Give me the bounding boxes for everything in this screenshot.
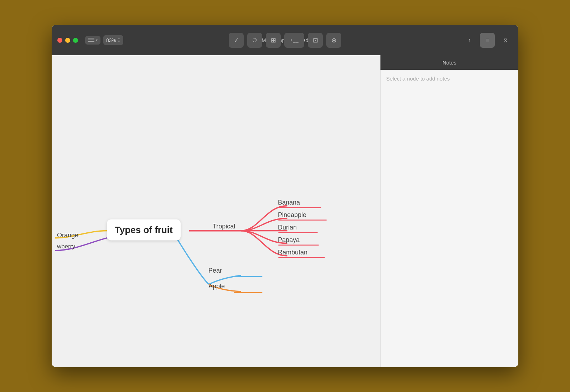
central-node[interactable]: Types of fruit	[107, 220, 181, 241]
close-button[interactable]	[57, 38, 62, 43]
notes-panel-button[interactable]: ≡	[480, 33, 495, 48]
toolbar-center: ✓ ☺ ⊞ +⎯⎯ ⊡ ⊕	[229, 33, 341, 48]
notes-panel: Notes Select a node to add notes	[380, 55, 518, 367]
filter-button[interactable]: ⧖	[498, 33, 513, 48]
connect-button[interactable]: ⊡	[308, 33, 323, 48]
checkmark-button[interactable]: ✓	[229, 33, 244, 48]
notes-placeholder: Select a node to add notes	[386, 76, 450, 82]
notes-body[interactable]: Select a node to add notes	[380, 70, 518, 367]
mindmap-svg	[52, 55, 380, 367]
strawberry-label[interactable]: wberry	[57, 243, 75, 250]
minimize-button[interactable]	[65, 38, 70, 43]
add-child-button[interactable]: ⊕	[326, 33, 341, 48]
banana-label[interactable]: Banana	[278, 199, 300, 206]
chevron-down-icon: ▾	[96, 38, 98, 42]
traffic-lights	[57, 38, 78, 43]
add-branch-button[interactable]: +⎯⎯	[284, 33, 304, 48]
zoom-value: 83%	[106, 37, 116, 43]
maximize-button[interactable]	[73, 38, 78, 43]
rambutan-label[interactable]: Rambutan	[278, 249, 307, 256]
pineapple-label[interactable]: Pineapple	[278, 211, 306, 219]
app-window: ▾ 83% ▲ ▼ Mind Map — Edited ✓ ☺ ⊞ +⎯⎯ ⊡ …	[52, 25, 518, 367]
sidebar-icon	[88, 38, 94, 43]
titlebar: ▾ 83% ▲ ▼ Mind Map — Edited ✓ ☺ ⊞ +⎯⎯ ⊡ …	[52, 25, 518, 55]
sidebar-toggle-button[interactable]: ▾	[85, 36, 100, 45]
zoom-control[interactable]: 83% ▲ ▼	[103, 35, 123, 45]
papaya-label[interactable]: Papaya	[278, 236, 300, 244]
orange-label[interactable]: Orange	[57, 232, 78, 239]
main-content: Types of fruit Tropical Banana Pineapple…	[52, 55, 518, 367]
notes-header: Notes	[380, 55, 518, 70]
face-button[interactable]: ☺	[247, 33, 262, 48]
image-button[interactable]: ⊞	[266, 33, 281, 48]
share-button[interactable]: ↑	[462, 33, 477, 48]
tropical-label[interactable]: Tropical	[213, 223, 235, 230]
pear-label[interactable]: Pear	[208, 267, 222, 274]
durian-label[interactable]: Durian	[278, 224, 297, 231]
toolbar-right: ↑ ≡ ⧖	[462, 33, 513, 48]
apple-label[interactable]: Apple	[208, 283, 225, 290]
zoom-stepper: ▲ ▼	[118, 37, 120, 43]
titlebar-left-controls: ▾ 83% ▲ ▼	[85, 35, 123, 45]
canvas-area[interactable]: Types of fruit Tropical Banana Pineapple…	[52, 55, 380, 367]
